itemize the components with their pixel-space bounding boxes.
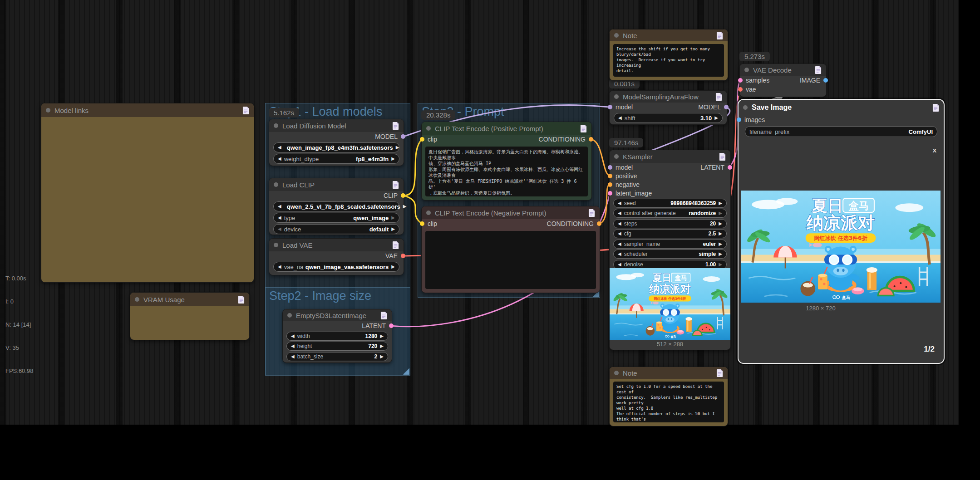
model-port-dot[interactable] <box>724 105 729 109</box>
prev-arrow-icon[interactable]: ◀ <box>618 221 621 226</box>
vae-port-dot[interactable] <box>401 254 405 258</box>
next-arrow-icon[interactable]: ▶ <box>719 242 722 246</box>
prev-arrow-icon[interactable]: ◀ <box>278 264 281 269</box>
output-latent[interactable]: LATENT <box>700 164 726 171</box>
input-clip[interactable]: clip <box>426 220 437 227</box>
node-load-diffusion-model[interactable]: Load Diffusion Model MODEL ◀ unet ... qw… <box>269 119 404 166</box>
prev-arrow-icon[interactable]: ◀ <box>618 231 621 236</box>
next-arrow-icon[interactable]: ▶ <box>391 157 395 161</box>
preview-page-indicator[interactable]: 1/2 <box>924 345 935 354</box>
input-positive[interactable]: positive <box>614 172 637 180</box>
node-note-bottom[interactable]: Note Set cfg to 1.0 for a speed boost at… <box>609 367 728 426</box>
output-image[interactable]: IMAGE <box>800 77 822 84</box>
widget-batch-size[interactable]: ◀ batch_size 2 ▶ <box>286 352 388 361</box>
latent-port-dot[interactable] <box>608 191 612 196</box>
next-arrow-icon[interactable]: ▶ <box>391 216 395 220</box>
collapse-dot[interactable] <box>743 105 748 110</box>
collapse-dot[interactable] <box>614 371 619 375</box>
collapse-dot[interactable] <box>426 211 431 215</box>
conditioning-port-dot[interactable] <box>608 174 612 178</box>
collapse-dot[interactable] <box>744 68 749 72</box>
next-arrow-icon[interactable]: ▶ <box>380 334 384 338</box>
group-resize-handle[interactable] <box>403 368 409 375</box>
latent-port-dot[interactable] <box>738 78 743 83</box>
latent-port-dot[interactable] <box>389 323 394 328</box>
node-titlebar[interactable]: Model links <box>41 103 254 117</box>
prev-arrow-icon[interactable]: ◀ <box>618 211 621 216</box>
prev-arrow-icon[interactable]: ◀ <box>291 344 295 348</box>
input-negative[interactable]: negative <box>614 181 640 188</box>
output-conditioning[interactable]: CONDITIONING <box>539 136 587 143</box>
widget-denoise[interactable]: ◀ denoise 1.00 ▶ <box>613 260 727 269</box>
node-titlebar[interactable]: KSampler <box>610 150 730 163</box>
widget-weight-dtype[interactable]: ◀ weight_dtype fp8_e4m3fn ▶ <box>273 154 399 164</box>
collapse-dot[interactable] <box>287 313 292 318</box>
node-titlebar[interactable]: CLIP Text Encode (Negative Prompt) <box>422 206 600 219</box>
next-arrow-icon[interactable]: ▶ <box>719 221 722 226</box>
node-titlebar[interactable]: Note <box>610 29 728 41</box>
widget-steps[interactable]: ◀ steps 20 ▶ <box>613 219 727 228</box>
node-titlebar[interactable]: EmptySD3LatentImage <box>283 309 392 321</box>
next-arrow-icon[interactable]: ▶ <box>396 145 399 150</box>
prev-arrow-icon[interactable]: ◀ <box>278 216 281 220</box>
input-latent-image[interactable]: latent_image <box>614 190 652 197</box>
widget-height[interactable]: ◀ height 720 ▶ <box>286 342 388 351</box>
collapse-dot[interactable] <box>274 123 278 128</box>
next-arrow-icon[interactable]: ▶ <box>391 227 395 231</box>
next-arrow-icon[interactable]: ▶ <box>380 344 384 348</box>
input-model[interactable]: model <box>614 164 633 171</box>
prev-arrow-icon[interactable]: ◀ <box>291 354 295 359</box>
next-arrow-icon[interactable]: ▶ <box>719 252 722 256</box>
output-model[interactable]: MODEL <box>375 133 399 140</box>
conditioning-port-dot[interactable] <box>597 221 601 226</box>
note-textarea[interactable]: Increase the shift if you get too many b… <box>613 44 724 77</box>
collapse-dot[interactable] <box>614 154 619 159</box>
next-arrow-icon[interactable]: ▶ <box>719 201 722 206</box>
node-titlebar[interactable]: Load CLIP <box>269 178 404 191</box>
next-arrow-icon[interactable]: ▶ <box>714 116 718 120</box>
output-conditioning[interactable]: CONDITIONING <box>547 220 596 227</box>
node-titlebar[interactable]: VRAM Usage <box>130 293 249 306</box>
widget-vae-name[interactable]: ◀ vae_name qwen_image_vae.safetensors ▶ <box>273 262 399 272</box>
collapse-dot[interactable] <box>614 33 619 38</box>
widget-sampler-name[interactable]: ◀ sampler_name euler ▶ <box>613 240 727 249</box>
widget-shift[interactable]: ◀ shift 3.10 ▶ <box>614 113 723 123</box>
node-save-image[interactable]: Save Image images filename_prefix ComfyU… <box>738 99 945 364</box>
widget-cfg[interactable]: ◀ cfg 2.5 ▶ <box>613 229 727 238</box>
next-arrow-icon[interactable]: ▶ <box>380 354 384 359</box>
node-vram-usage[interactable]: VRAM Usage <box>130 292 250 340</box>
next-arrow-icon[interactable]: ▶ <box>719 231 722 236</box>
ksampler-preview-image[interactable] <box>610 268 730 340</box>
node-load-clip[interactable]: Load CLIP CLIP ◀ cli ... qwen_2.5_vl_7b_… <box>269 178 404 235</box>
prompt-textarea[interactable]: 夏日促销广告图，风格活泼清凉。背景为蓝天白云下的海滩、棕榈树和泳池。中央是戴潜水… <box>425 147 588 196</box>
node-titlebar[interactable]: CLIP Text Encode (Positive Prompt) <box>422 122 591 135</box>
node-graph-canvas[interactable]: 夏日 盒马 纳凉派对 网红冰饮 任选3件6折 盒马 T: 0.00s I: 0 … <box>0 0 980 480</box>
input-clip[interactable]: clip <box>426 136 437 143</box>
clip-port-dot[interactable] <box>401 193 405 198</box>
next-arrow-icon[interactable]: ▶ <box>391 264 395 269</box>
input-images[interactable]: images <box>743 116 765 123</box>
prompt-textarea[interactable] <box>425 231 596 289</box>
collapse-dot[interactable] <box>426 126 431 131</box>
input-vae[interactable]: vae <box>744 86 756 93</box>
prev-arrow-icon[interactable]: ◀ <box>291 334 295 338</box>
prev-arrow-icon[interactable]: ◀ <box>618 252 621 256</box>
input-model[interactable]: model <box>614 103 633 111</box>
image-port-dot[interactable] <box>823 78 828 83</box>
node-titlebar[interactable]: Load Diffusion Model <box>269 119 404 132</box>
prev-arrow-icon[interactable]: ◀ <box>618 242 621 246</box>
widget-control-after-generate[interactable]: ◀ control after generate randomize ▶ <box>613 209 727 218</box>
note-textarea[interactable]: Set cfg to 1.0 for a speed boost at the … <box>613 382 724 422</box>
image-port-dot[interactable] <box>737 118 741 122</box>
node-ksampler[interactable]: KSampler model LATENT positive negative <box>609 150 731 350</box>
clip-port-dot[interactable] <box>420 221 424 226</box>
conditioning-port-dot[interactable] <box>589 137 593 142</box>
node-titlebar[interactable]: Note <box>610 367 728 379</box>
node-empty-sd3-latent[interactable]: EmptySD3LatentImage LATENT ◀ width 1280 … <box>282 309 392 363</box>
group-step2-title[interactable]: Step2 - Image size <box>266 288 410 304</box>
model-port-dot[interactable] <box>401 134 405 139</box>
node-titlebar[interactable]: ModelSamplingAuraFlow <box>610 91 727 103</box>
prev-arrow-icon[interactable]: ◀ <box>618 116 622 120</box>
node-vae-decode[interactable]: VAE Decode samples IMAGE vae <box>739 64 827 97</box>
remove-preview-button[interactable]: x <box>933 146 936 154</box>
